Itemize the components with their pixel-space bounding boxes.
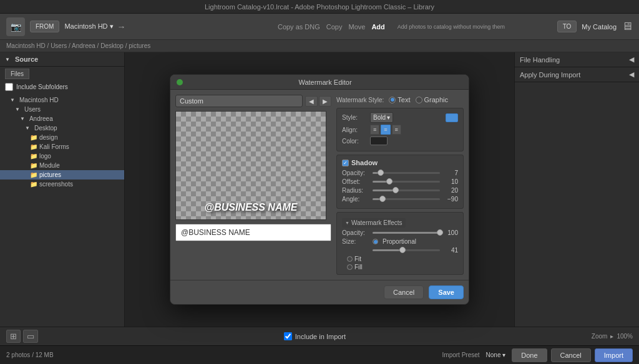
save-button[interactable]: Save	[429, 285, 464, 299]
app-toolbar: 📷 FROM Macintosh HD ▾ → Copy as DNG Copy…	[0, 14, 639, 40]
sidebar-tabs: Files	[0, 67, 124, 81]
shadow-opacity-slider[interactable]	[373, 172, 440, 174]
effects-panel: ▼ Watermark Effects Opacity: 10	[336, 212, 464, 275]
folder-icon: 📁	[30, 162, 37, 169]
effects-opacity-slider[interactable]	[373, 232, 440, 234]
radio-text-option[interactable]: Text	[389, 96, 410, 103]
shadow-offset-value: 10	[442, 178, 458, 185]
file-handling-header: File Handling ◀	[515, 52, 639, 67]
folder-icon: 📁	[30, 153, 37, 160]
sidebar-item-users[interactable]: ▼ Users	[0, 105, 124, 114]
source-triangle: ▼	[5, 57, 10, 62]
single-view-btn[interactable]: ▭	[23, 330, 38, 343]
apply-during-import-header: Apply During Import ◀	[515, 67, 639, 82]
shadow-opacity-label: Opacity:	[342, 170, 370, 176]
title-bar: Lightroom Catalog-v10.lrcat - Adobe Phot…	[0, 0, 639, 14]
shadow-angle-label: Angle:	[342, 196, 370, 203]
folder-icon: 📁	[30, 171, 37, 178]
dialog-left: Custom ◀ ▶ @BUSINESS NAME	[175, 95, 331, 275]
green-light[interactable]	[177, 79, 183, 85]
dialog-body: Custom ◀ ▶ @BUSINESS NAME	[170, 90, 469, 280]
sidebar-item-macintosh-hd[interactable]: ▼ Macintosh HD	[0, 95, 124, 105]
align-center-btn[interactable]: ≡	[381, 125, 390, 135]
shadow-offset-slider[interactable]	[373, 181, 440, 183]
proportional-label: Proportional	[383, 238, 416, 245]
main-content: Watermark Editor Custom ◀ ▶	[125, 52, 514, 327]
sidebar-item-screenshots[interactable]: 📁 screenshots	[0, 180, 124, 189]
prev-preset-btn[interactable]: ◀	[305, 96, 318, 107]
collapse-icon: ◀	[629, 55, 634, 64]
add-btn[interactable]: Add	[371, 23, 384, 31]
title-text: Lightroom Catalog-v10.lrcat - Adobe Phot…	[205, 3, 434, 11]
style-dropdown[interactable]: Bold ▾	[370, 112, 393, 123]
right-panel: File Handling ◀ Apply During Import ◀	[514, 52, 639, 327]
preset-dropdown[interactable]: Custom	[175, 95, 303, 107]
sidebar-item-andreea[interactable]: ▼ Andreea	[0, 114, 124, 123]
fit-radio[interactable]	[347, 256, 353, 262]
toolbar-subtitle: Add photos to catalog without moving the…	[398, 24, 505, 30]
bottom-buttons: Done Cancel Import	[512, 348, 633, 362]
sidebar-item-module[interactable]: 📁 Module	[0, 161, 124, 170]
sidebar-item-design[interactable]: 📁 design	[0, 133, 124, 142]
watermark-style-label: Watermark Style:	[336, 97, 384, 103]
shadow-angle-slider[interactable]	[373, 198, 440, 200]
move-btn[interactable]: Move	[348, 23, 365, 31]
import-preset-value[interactable]: None ▾	[486, 352, 506, 358]
tab-files[interactable]: Files	[5, 69, 29, 79]
copy-btn[interactable]: Copy	[326, 23, 343, 31]
preview-canvas: @BUSINESS NAME	[175, 111, 326, 220]
folder-icon: 📁	[30, 143, 37, 150]
toolbar-right: TO My Catalog 🖥	[557, 20, 633, 33]
traffic-lights	[177, 79, 183, 85]
proportional-radio[interactable]	[373, 239, 378, 244]
shadow-offset-label: Offset:	[342, 178, 370, 185]
shadow-checkbox[interactable]	[342, 160, 349, 166]
zoom-control: Zoom ▸ 100%	[592, 333, 633, 340]
effects-size-slider-row: 41	[342, 247, 458, 254]
expand-icon: ▼	[25, 125, 30, 131]
fit-label: Fit	[354, 256, 361, 262]
color-swatch[interactable]	[370, 136, 388, 145]
shadow-radius-slider[interactable]	[373, 189, 440, 191]
effects-opacity-label: Opacity:	[342, 229, 370, 236]
shadow-header: Shadow	[342, 159, 458, 166]
fill-option[interactable]: Fill	[347, 264, 458, 271]
cancel-button[interactable]: Cancel	[384, 285, 424, 299]
hdd-icon: 🖥	[622, 20, 633, 33]
sidebar-item-pictures[interactable]: 📁 pictures	[0, 170, 124, 180]
effects-opacity-row: Opacity: 100	[342, 229, 458, 236]
sidebar-item-desktop[interactable]: ▼ Desktop	[0, 123, 124, 133]
import-button[interactable]: Import	[595, 348, 633, 362]
watermark-text-input[interactable]	[176, 224, 331, 241]
cancel-main-button[interactable]: Cancel	[551, 348, 591, 362]
style-label: Style:	[342, 114, 370, 121]
preview-watermark-text: @BUSINESS NAME	[205, 202, 298, 213]
grid-view-btn[interactable]: ⊞	[6, 330, 21, 343]
include-subfolders-checkbox[interactable]	[5, 83, 13, 91]
catalog-label: My Catalog	[582, 23, 617, 31]
align-left-btn[interactable]: ≡	[370, 125, 379, 135]
style-color-indicator	[446, 113, 458, 122]
done-button[interactable]: Done	[512, 348, 547, 362]
align-right-btn[interactable]: ≡	[392, 125, 401, 135]
shadow-radius-label: Radius:	[342, 187, 370, 194]
copy-as-dng-btn[interactable]: Copy as DNG	[278, 23, 320, 31]
source-selector[interactable]: Macintosh HD ▾ →	[64, 22, 225, 32]
radio-graphic-circle[interactable]	[416, 97, 422, 103]
from-label: FROM	[30, 21, 59, 32]
bottom-toolbar: ⊞ ▭ Include in Import Zoom ▸ 100%	[0, 327, 639, 345]
source-arrow: →	[117, 22, 126, 32]
radio-graphic-option[interactable]: Graphic	[416, 96, 449, 103]
watermark-style-row: Watermark Style: Text Graphic	[336, 95, 464, 105]
radio-text-circle[interactable]	[389, 97, 396, 103]
next-preset-btn[interactable]: ▶	[319, 96, 331, 107]
dialog-title: Watermark Editor	[188, 79, 462, 86]
include-import-checkbox[interactable]	[284, 332, 292, 340]
sidebar-item-kali-forms[interactable]: 📁 Kali Forms	[0, 142, 124, 151]
fill-radio[interactable]	[347, 264, 353, 270]
fit-option[interactable]: Fit	[347, 256, 458, 262]
effects-size-slider[interactable]	[373, 249, 440, 251]
shadow-opacity-row: Opacity: 7	[342, 170, 458, 176]
dialog-overlay: Watermark Editor Custom ◀ ▶	[125, 52, 514, 327]
sidebar-item-logo[interactable]: 📁 logo	[0, 151, 124, 161]
